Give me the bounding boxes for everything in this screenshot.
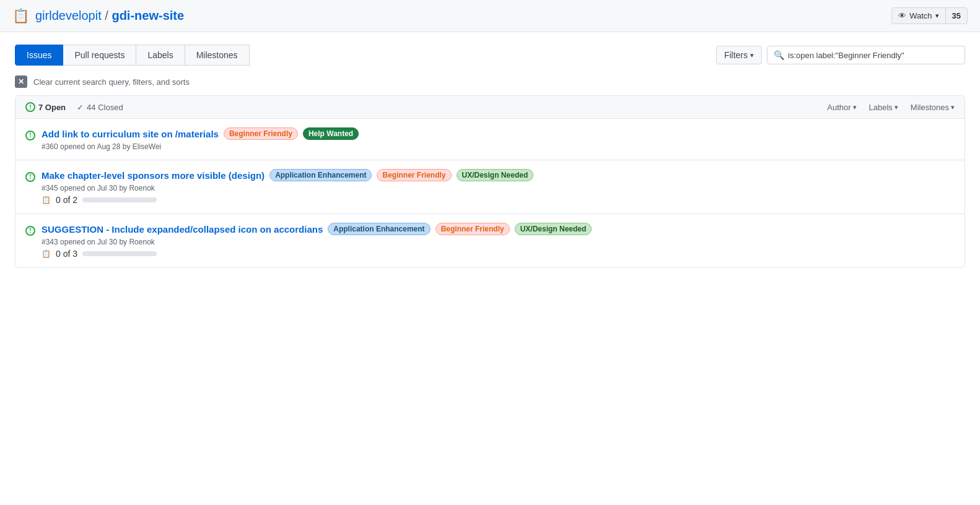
- tab-labels[interactable]: Labels: [136, 45, 185, 66]
- milestone-icon: 📋: [42, 196, 51, 204]
- tab-issues[interactable]: Issues: [15, 45, 63, 66]
- table-row: ! SUGGESTION - Include expanded/collapse…: [15, 214, 965, 267]
- filters-button[interactable]: Filters ▾: [716, 46, 762, 64]
- issues-filters: Author ▾ Labels ▾ Milestones ▾: [827, 103, 955, 112]
- issue-open-icon: !: [25, 170, 35, 182]
- eye-icon: 👁: [898, 11, 906, 20]
- tab-pull-requests[interactable]: Pull requests: [63, 45, 136, 66]
- search-input[interactable]: [788, 51, 958, 60]
- issues-list: ! Add link to curriculum site on /materi…: [15, 119, 965, 267]
- open-count-label: 7 Open: [38, 103, 66, 112]
- label-tag[interactable]: UX/Design Needed: [457, 169, 534, 181]
- label-tag[interactable]: Help Wanted: [303, 127, 359, 140]
- chevron-down-icon: ▾: [935, 12, 939, 20]
- author-label: Author: [827, 103, 851, 112]
- issue-title[interactable]: Make chapter-level sponsors more visible…: [42, 170, 265, 181]
- table-row: ! Add link to curriculum site on /materi…: [15, 119, 965, 160]
- milestones-filter-label: Milestones: [911, 103, 949, 112]
- clear-row: ✕ Clear current search query, filters, a…: [15, 76, 965, 88]
- issue-title[interactable]: Add link to curriculum site on /material…: [42, 129, 219, 139]
- closed-count-label: 44 Closed: [87, 103, 123, 112]
- repo-title: 📋 girldevelopit / gdi-new-site: [12, 8, 184, 24]
- issues-counts: ! 7 Open ✓ 44 Closed: [25, 102, 827, 112]
- milestone-text: 0 of 2: [56, 195, 77, 205]
- main-content: Issues Pull requests Labels Milestones F…: [0, 32, 980, 280]
- issue-meta: #343 opened on Jul 30 by Roenok: [42, 238, 955, 246]
- author-filter[interactable]: Author ▾: [827, 103, 856, 112]
- search-box: 🔍: [767, 46, 965, 64]
- clear-button[interactable]: ✕: [15, 76, 27, 88]
- issue-meta: #345 opened on Jul 30 by Roenok: [42, 184, 955, 192]
- tabs-row: Issues Pull requests Labels Milestones F…: [15, 45, 965, 66]
- issue-body: Add link to curriculum site on /material…: [42, 127, 955, 151]
- repo-icon: 📋: [12, 8, 29, 24]
- clear-text: Clear current search query, filters, and…: [33, 77, 190, 87]
- issue-open-icon: !: [25, 129, 35, 140]
- filters-label: Filters: [724, 50, 748, 60]
- label-tag[interactable]: Beginner Friendly: [224, 127, 298, 140]
- issue-body: SUGGESTION - Include expanded/collapsed …: [42, 223, 955, 259]
- milestone-row: 📋 0 of 2: [42, 195, 955, 205]
- tab-milestones[interactable]: Milestones: [185, 45, 250, 66]
- filters-chevron-icon: ▾: [750, 51, 754, 59]
- table-row: ! Make chapter-level sponsors more visib…: [15, 160, 965, 214]
- progress-bar-wrap: [82, 251, 157, 256]
- issues-header: ! 7 Open ✓ 44 Closed Author ▾ Labels ▾: [15, 96, 965, 119]
- issue-title-row: SUGGESTION - Include expanded/collapsed …: [42, 223, 955, 235]
- progress-bar-wrap: [82, 197, 157, 202]
- issue-title-row: Make chapter-level sponsors more visible…: [42, 169, 955, 181]
- label-tag[interactable]: Application Enhancement: [269, 169, 372, 181]
- progress-bar-bg: [82, 251, 157, 256]
- repo-name: girldevelopit / gdi-new-site: [35, 9, 184, 23]
- labels-chevron-icon: ▾: [895, 103, 898, 111]
- repo-separator: /: [105, 9, 112, 22]
- label-tag[interactable]: Beginner Friendly: [377, 169, 451, 181]
- issue-body: Make chapter-level sponsors more visible…: [42, 169, 955, 205]
- issue-meta: #360 opened on Aug 28 by EliseWei: [42, 142, 955, 151]
- open-count: ! 7 Open: [25, 102, 66, 112]
- labels-filter-label: Labels: [869, 103, 893, 112]
- author-chevron-icon: ▾: [853, 103, 857, 111]
- label-tag[interactable]: UX/Design Needed: [515, 223, 592, 235]
- labels-filter[interactable]: Labels ▾: [869, 103, 898, 112]
- label-tag[interactable]: Application Enhancement: [328, 223, 430, 235]
- page-header: 📋 girldevelopit / gdi-new-site 👁 Watch ▾…: [0, 0, 980, 32]
- watch-label: Watch: [909, 11, 932, 20]
- check-icon: ✓: [77, 103, 84, 112]
- issue-open-icon: !: [25, 224, 35, 236]
- label-tag[interactable]: Beginner Friendly: [435, 223, 510, 235]
- issue-title-row: Add link to curriculum site on /material…: [42, 127, 955, 140]
- closed-count[interactable]: ✓ 44 Closed: [77, 103, 123, 112]
- issues-box: ! 7 Open ✓ 44 Closed Author ▾ Labels ▾: [15, 95, 965, 268]
- open-icon: !: [25, 102, 35, 112]
- repo-owner-link[interactable]: girldevelopit: [35, 9, 102, 22]
- milestone-text: 0 of 3: [56, 249, 77, 259]
- milestones-chevron-icon: ▾: [951, 103, 955, 111]
- watch-count: 35: [946, 8, 967, 24]
- milestone-icon: 📋: [42, 249, 51, 258]
- milestones-filter[interactable]: Milestones ▾: [911, 103, 955, 112]
- watch-main[interactable]: 👁 Watch ▾: [892, 8, 945, 24]
- search-icon: 🔍: [774, 50, 784, 60]
- toolbar-right: Filters ▾ 🔍: [716, 46, 965, 64]
- issue-title[interactable]: SUGGESTION - Include expanded/collapsed …: [42, 224, 323, 235]
- repo-name-link[interactable]: gdi-new-site: [112, 9, 184, 22]
- progress-bar-bg: [82, 197, 157, 202]
- watch-button[interactable]: 👁 Watch ▾ 35: [891, 7, 968, 24]
- milestone-row: 📋 0 of 3: [42, 249, 955, 259]
